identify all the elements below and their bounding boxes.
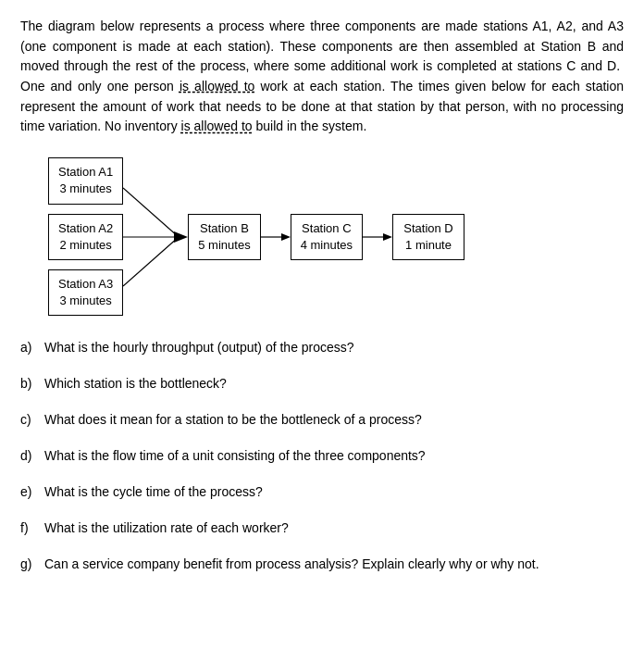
station-a2-time: 2 minutes [58,237,113,254]
converge-arrows [123,163,188,311]
question-a-text: What is the hourly throughput (output) o… [44,338,354,357]
question-f-text: What is the utilization rate of each wor… [44,518,289,538]
question-a: a) What is the hourly throughput (output… [20,338,624,357]
question-e: e) What is the cycle time of the process… [20,482,624,502]
station-c: Station C 4 minutes [291,214,363,260]
svg-line-0 [123,188,179,237]
station-a1-label: Station A1 [58,164,113,181]
station-d-label: Station D [402,220,454,237]
question-d-label: d) [20,446,44,466]
station-a3: Station A3 3 minutes [48,269,123,316]
question-d-text: What is the flow time of a unit consisti… [44,446,426,466]
station-a3-time: 3 minutes [58,293,113,309]
station-a1-time: 3 minutes [58,181,113,197]
question-g: g) Can a service company benefit from pr… [20,555,624,574]
question-g-label: g) [20,555,44,574]
station-c-time: 4 minutes [301,237,353,254]
question-c: c) What does it mean for a station to be… [20,410,624,430]
station-d: Station D 1 minute [392,214,464,260]
station-c-label: Station C [301,220,353,237]
question-d: d) What is the flow time of a unit consi… [20,446,624,466]
question-c-text: What does it mean for a station to be th… [44,410,422,430]
question-e-text: What is the cycle time of the process? [44,482,263,502]
question-f: f) What is the utilization rate of each … [20,518,624,538]
question-b-text: Which station is the bottleneck? [44,374,227,393]
station-a3-label: Station A3 [58,276,113,293]
left-stations: Station A1 3 minutes Station A2 2 minute… [48,157,123,316]
station-b-time: 5 minutes [198,237,250,254]
station-a1: Station A1 3 minutes [48,157,123,204]
station-a2: Station A2 2 minutes [48,214,123,260]
question-e-label: e) [20,482,44,502]
question-c-label: c) [20,410,44,430]
station-a2-label: Station A2 [58,220,113,237]
question-f-label: f) [20,518,44,538]
svg-marker-5 [281,233,291,241]
question-b: b) Which station is the bottleneck? [20,374,624,393]
question-b-label: b) [20,374,44,393]
question-a-label: a) [20,338,44,357]
right-chain: Station B 5 minutes Station C 4 minutes … [188,214,464,260]
svg-line-2 [123,237,179,286]
question-g-text: Can a service company benefit from proce… [44,555,539,574]
process-diagram: Station A1 3 minutes Station A2 2 minute… [48,157,624,316]
arrow-c-to-d [363,230,392,244]
station-d-time: 1 minute [402,237,454,254]
station-b: Station B 5 minutes [188,214,260,260]
questions-section: a) What is the hourly throughput (output… [20,338,624,574]
station-b-label: Station B [198,220,250,237]
svg-marker-3 [174,231,188,243]
arrow-b-to-c [261,230,291,244]
intro-paragraph: The diagram below represents a process w… [20,17,624,137]
svg-marker-7 [383,233,392,241]
